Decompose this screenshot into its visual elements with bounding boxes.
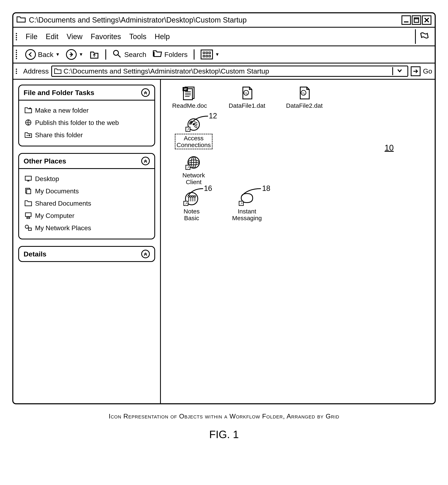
panel-title: Details — [24, 250, 47, 258]
selected-label: Access Connections — [175, 134, 213, 149]
reference-12: 12 — [206, 113, 214, 122]
place-my-computer[interactable]: My Computer — [23, 210, 150, 222]
minimize-button[interactable] — [401, 15, 411, 25]
svg-point-5 — [29, 54, 30, 55]
menubar: File Edit View Favorites Tools Help — [13, 28, 435, 46]
figure-caption: Icon Representation of Objects within a … — [12, 413, 436, 420]
windows-logo-icon — [415, 29, 432, 44]
globe-publish-icon — [24, 119, 32, 126]
share-folder-icon — [24, 131, 32, 138]
folder-icon — [24, 200, 32, 207]
address-dropdown-icon[interactable] — [392, 67, 405, 75]
sidebar: File and Folder Tasks Make a new folder … — [13, 80, 161, 403]
network-places-icon — [24, 224, 32, 231]
panel-title: File and Folder Tasks — [24, 89, 94, 97]
desktop-icon — [24, 175, 32, 182]
svg-rect-8 — [203, 52, 205, 54]
shortcut-arrow-icon: ↗ — [185, 127, 190, 132]
menu-edit[interactable]: Edit — [42, 31, 62, 42]
svg-rect-15 — [25, 176, 31, 180]
back-button[interactable]: Back ▼ — [24, 48, 62, 61]
dat-file-icon: UE — [296, 86, 312, 100]
svg-point-6 — [113, 50, 119, 55]
shortcut-arrow-icon: ↗ — [185, 165, 190, 170]
panel-other-places: Other Places Desktop My Documents — [18, 153, 155, 239]
go-label[interactable]: Go — [423, 67, 432, 75]
place-network-places[interactable]: My Network Places — [23, 222, 150, 234]
search-icon — [112, 49, 122, 60]
shortcut-network-client[interactable]: ↗ Network Client — [173, 156, 214, 185]
folder-icon — [54, 68, 62, 74]
toolbar-grip-icon[interactable] — [16, 50, 18, 59]
view-mode-button[interactable]: ▼ — [199, 49, 221, 60]
svg-rect-21 — [29, 228, 31, 230]
place-desktop[interactable]: Desktop — [23, 173, 150, 185]
collapse-button[interactable] — [141, 88, 150, 97]
svg-text:W: W — [184, 87, 187, 91]
address-input[interactable]: C:\Documents and Settings\Administrator\… — [51, 66, 408, 77]
svg-rect-10 — [209, 52, 210, 54]
computer-icon — [24, 212, 32, 219]
svg-line-7 — [118, 55, 120, 57]
folders-button[interactable]: Folders — [151, 48, 189, 61]
go-button-icon[interactable] — [411, 66, 421, 76]
panel-details: Details — [18, 246, 155, 262]
search-button[interactable]: Search — [111, 48, 148, 61]
titlebar: C:\Documents and Settings\Administrator\… — [13, 13, 435, 28]
forward-button[interactable]: ▼ — [64, 48, 85, 61]
task-publish-web[interactable]: Publish this folder to the web — [23, 117, 150, 129]
collapse-button[interactable] — [141, 157, 150, 165]
place-shared-documents[interactable]: Shared Documents — [23, 197, 150, 210]
menu-help[interactable]: Help — [152, 31, 173, 42]
svg-rect-18 — [25, 213, 31, 217]
menu-file[interactable]: File — [22, 31, 41, 42]
svg-rect-9 — [206, 52, 208, 54]
svg-rect-12 — [206, 55, 208, 57]
close-button[interactable] — [422, 15, 432, 25]
svg-point-20 — [25, 225, 29, 228]
back-arrow-icon — [25, 49, 36, 60]
folders-icon — [152, 49, 162, 60]
shortcut-arrow-icon: ↗ — [239, 201, 244, 206]
view-icons-icon — [203, 51, 211, 58]
task-share-folder[interactable]: Share this folder — [23, 129, 150, 141]
explorer-window: C:\Documents and Settings\Administrator\… — [12, 12, 436, 404]
dropdown-icon[interactable]: ▼ — [56, 52, 60, 57]
svg-rect-13 — [209, 55, 210, 57]
svg-rect-17 — [27, 189, 31, 194]
globe-network-icon: ↗ — [185, 156, 202, 170]
folder-sparkle-icon — [24, 107, 32, 114]
file-datafile2[interactable]: UE DataFile2.dat — [284, 86, 325, 109]
svg-rect-19 — [27, 217, 30, 219]
address-label: Address — [23, 67, 49, 75]
shortcut-arrow-icon: ↗ — [184, 201, 188, 206]
figure-number: FIG. 1 — [12, 428, 436, 441]
reference-18: 18 — [259, 186, 267, 194]
menu-view[interactable]: View — [63, 31, 86, 42]
toolbar-grip-icon[interactable] — [16, 69, 18, 74]
toolbar-grip-icon[interactable] — [16, 33, 18, 40]
address-value: C:\Documents and Settings\Administrator\… — [64, 67, 269, 75]
place-my-documents[interactable]: My Documents — [23, 185, 150, 197]
task-new-folder[interactable]: Make a new folder — [23, 104, 150, 117]
folder-icon — [16, 16, 26, 24]
dropdown-icon[interactable]: ▼ — [215, 52, 219, 57]
forward-arrow-icon — [66, 49, 77, 60]
dat-file-icon: UE — [239, 86, 255, 100]
file-readme-doc[interactable]: W ReadMe.doc — [169, 86, 210, 109]
svg-rect-11 — [203, 55, 205, 57]
maximize-button[interactable] — [412, 15, 421, 25]
folder-content[interactable]: W ReadMe.doc UE DataFile1.dat — [161, 80, 435, 403]
address-bar: Address C:\Documents and Settings\Admini… — [13, 63, 435, 80]
up-folder-button[interactable] — [88, 49, 101, 60]
dropdown-icon[interactable]: ▼ — [79, 52, 83, 57]
collapse-button[interactable] — [141, 250, 150, 258]
menu-tools[interactable]: Tools — [126, 31, 150, 42]
reference-10: 10 — [385, 143, 394, 152]
menu-favorites[interactable]: Favorites — [87, 31, 124, 42]
file-datafile1[interactable]: UE DataFile1.dat — [226, 86, 267, 109]
panel-title: Other Places — [24, 157, 66, 165]
toolbar: Back ▼ ▼ Search Folders — [13, 46, 435, 63]
documents-icon — [24, 188, 32, 194]
reference-16: 16 — [201, 186, 210, 194]
